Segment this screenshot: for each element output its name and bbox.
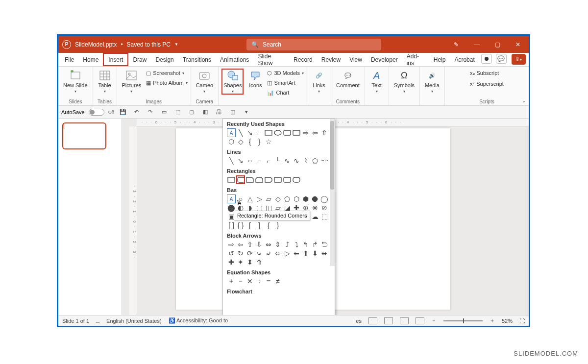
shape-arrow[interactable]: ⮌ — [320, 240, 329, 249]
pen-icon[interactable]: ✎ — [449, 38, 463, 51]
shape-triangle[interactable]: ▷ — [255, 194, 264, 203]
shape-curve[interactable]: ∿ — [292, 156, 301, 165]
share-button[interactable]: ⇪▾ — [512, 54, 526, 65]
tab-draw[interactable]: Draw — [128, 53, 151, 66]
photo-album-button[interactable]: ▦Photo Album▾ — [146, 78, 187, 87]
collapse-ribbon-icon[interactable]: ⌄ — [522, 98, 526, 103]
qat-icon[interactable]: ▢ — [187, 107, 196, 117]
shape-arrow[interactable]: ⇧ — [245, 240, 254, 249]
record-icon[interactable] — [481, 54, 492, 64]
shape[interactable]: ⬚ — [320, 212, 329, 221]
shape-notequals[interactable]: ≠ — [273, 277, 282, 286]
shape-roundrect[interactable] — [292, 128, 301, 137]
shape-arrow[interactable]: ⇕ — [273, 240, 282, 249]
spellcheck-icon[interactable]: ⎵ — [96, 318, 99, 324]
tab-review[interactable]: Review — [317, 53, 345, 66]
shape-divide[interactable]: ÷ — [255, 277, 264, 286]
screenshot-button[interactable]: ▢Screenshot▾ — [146, 69, 187, 77]
shape-line[interactable]: ╲ — [227, 156, 236, 165]
shape-freeform[interactable]: ⬠ — [311, 156, 319, 165]
shape-arrow[interactable]: ⬇ — [311, 249, 319, 258]
shape-equals[interactable]: ＝ — [264, 277, 273, 286]
cameo-button[interactable]: Cameo ▾ — [194, 69, 215, 95]
shape-scribble[interactable]: 〰 — [320, 156, 329, 165]
shape-arrow[interactable]: ⤿ — [255, 249, 264, 258]
shape-brace[interactable]: { — [245, 137, 254, 146]
shape-round-rect[interactable] — [283, 175, 292, 184]
shape-arrow[interactable]: ✦ — [236, 258, 245, 267]
accessibility-indicator[interactable]: ♿ Accessibility: Good to — [169, 317, 228, 324]
zoom-in-button[interactable]: ＋ — [490, 317, 495, 324]
qat-icon[interactable]: ⬚ — [173, 107, 183, 117]
shape-minus[interactable]: － — [236, 277, 245, 286]
zoom-level[interactable]: 52% — [502, 318, 513, 324]
shape[interactable]: ◇ — [236, 137, 245, 146]
media-button[interactable]: 🔊Media▾ — [423, 69, 441, 95]
shape-arrow[interactable]: ⟳ — [245, 249, 254, 258]
shape[interactable]: ⊗ — [311, 203, 319, 212]
shape-arrow[interactable]: ⇨ — [227, 240, 236, 249]
shape-arrow[interactable]: ⇧ — [320, 128, 329, 137]
shape-heptagon[interactable]: ⬢ — [301, 194, 310, 203]
slide-indicator[interactable]: Slide 1 of 1 — [62, 318, 89, 324]
superscript-button[interactable]: x²Superscript — [470, 79, 504, 88]
shape-parallelogram[interactable]: ▱ — [264, 194, 273, 203]
shape-arrow[interactable]: ⬍ — [245, 258, 254, 267]
chart-button[interactable]: 📊Chart — [267, 88, 304, 97]
tab-design[interactable]: Design — [151, 53, 178, 66]
shape-plus[interactable]: ＋ — [227, 277, 236, 286]
shape-decagon[interactable]: ◯ — [320, 194, 329, 203]
shape-arrow[interactable]: ✚ — [227, 258, 236, 267]
shape-arrow[interactable]: ⇨ — [301, 128, 310, 137]
tab-developer[interactable]: Developer — [367, 53, 402, 66]
tab-acrobat[interactable]: Acrobat — [450, 53, 479, 66]
links-button[interactable]: 🔗Links▾ — [310, 69, 328, 95]
shape-brace[interactable]: } — [255, 137, 264, 146]
redo-icon[interactable]: ↷ — [146, 107, 155, 117]
shape-multiply[interactable]: ✕ — [245, 277, 254, 286]
scrollbar[interactable] — [330, 119, 335, 266]
tab-home[interactable]: Home — [78, 53, 103, 66]
chevron-down-icon[interactable]: ▼ — [174, 42, 178, 47]
qat-icon[interactable]: ▾ — [242, 107, 251, 117]
zoom-out-button[interactable]: － — [431, 317, 437, 324]
tab-addins[interactable]: Add-ins — [402, 53, 429, 66]
maximize-button[interactable]: ▢ — [490, 38, 504, 51]
sorter-view-icon[interactable] — [384, 317, 393, 324]
qat-icon[interactable]: ▭ — [159, 107, 169, 117]
shape-arrow[interactable]: ⇦ — [236, 240, 245, 249]
tab-animations[interactable]: Animations — [216, 53, 253, 66]
shape-snip-rect[interactable] — [255, 175, 264, 184]
shape-textbox[interactable]: A — [227, 194, 236, 203]
slideshow-view-icon[interactable] — [416, 317, 424, 324]
icons-button[interactable]: Icons — [246, 69, 264, 89]
shape-star[interactable]: ☆ — [264, 137, 273, 146]
shape-oval[interactable] — [273, 128, 282, 137]
tab-insert[interactable]: Insert — [103, 53, 128, 66]
shape-connector[interactable]: └ — [273, 156, 282, 165]
table-button[interactable]: Table ▾ — [96, 69, 114, 95]
3dmodels-button[interactable]: ⬡3D Models▾ — [267, 69, 304, 77]
shape-connector[interactable]: ⌐ — [255, 156, 264, 165]
shape-arrow[interactable]: ⤴ — [283, 240, 292, 249]
slide-thumbnail[interactable] — [62, 122, 106, 149]
undo-icon[interactable]: ↶ — [132, 107, 142, 117]
shape-round-rect[interactable] — [292, 175, 301, 184]
shape-arrow[interactable]: ⬆ — [301, 249, 310, 258]
tab-transitions[interactable]: Transitions — [178, 53, 216, 66]
shape-rect[interactable] — [264, 128, 273, 137]
shape-arrow[interactable]: ⬌ — [320, 249, 329, 258]
shape-brace[interactable]: { — [264, 221, 273, 230]
shape-arrow[interactable]: ↱ — [311, 240, 319, 249]
tab-help[interactable]: Help — [429, 53, 450, 66]
shape-triangle[interactable]: △ — [245, 194, 254, 203]
shape-arrow[interactable]: ⤵ — [292, 240, 301, 249]
shape-snip-rect[interactable] — [245, 175, 254, 184]
shape-arrow[interactable]: ↻ — [236, 249, 245, 258]
symbols-button[interactable]: ΩSymbols▾ — [392, 69, 416, 95]
shape-connector[interactable]: ⌐ — [264, 156, 273, 165]
shape-pentagon[interactable]: ⬠ — [283, 194, 292, 203]
tab-slideshow[interactable]: Slide Show — [253, 53, 289, 66]
shape-snip-rect[interactable] — [264, 175, 273, 184]
language-indicator[interactable]: English (United States) — [106, 318, 162, 324]
